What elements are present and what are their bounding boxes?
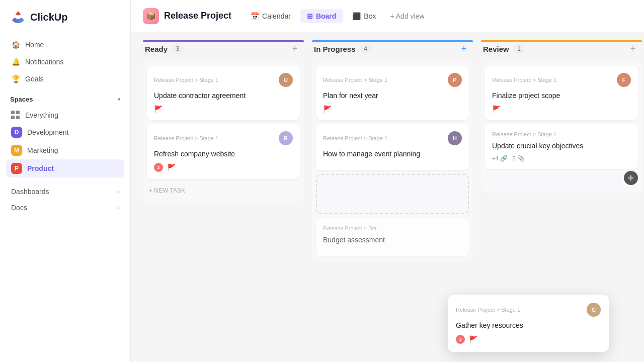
plus-count: +4 🔗 bbox=[492, 155, 508, 162]
popup-comment-bubble: 3 bbox=[456, 335, 465, 344]
task-meta: Release Project > Stage 1 P bbox=[323, 73, 462, 87]
avatar: F bbox=[617, 73, 631, 87]
ready-column-header: Ready 3 + bbox=[143, 42, 304, 62]
attachment-row: +4 🔗 5 📎 bbox=[492, 155, 631, 162]
column-in-progress: In Progress 4 + Release Project > Stage … bbox=[312, 40, 473, 260]
calendar-icon: 📅 bbox=[251, 12, 259, 20]
in-progress-header-left: In Progress 4 bbox=[314, 43, 372, 55]
task-meta: Release Project > Stage 1 bbox=[492, 131, 631, 137]
task-meta: Release Project > Stage 1 F bbox=[492, 73, 631, 87]
task-path: Release Project > Stage 1 bbox=[323, 77, 387, 83]
logo: ClickUp bbox=[0, 0, 130, 34]
task-footer: 🚩 bbox=[323, 105, 462, 113]
main-nav: 🏠 Home 🔔 Notifications 🏆 Goals bbox=[0, 34, 130, 89]
popup-task-footer: 3 🚩 bbox=[456, 335, 601, 344]
task-path: Release Project > Stage 1 bbox=[323, 135, 387, 141]
board-nav-item[interactable]: ⊞ Board bbox=[300, 9, 343, 23]
task-footer: 🚩 bbox=[154, 105, 293, 113]
review-add-btn[interactable]: + bbox=[626, 42, 640, 56]
box-nav-item[interactable]: ⬛ Box bbox=[345, 9, 383, 23]
flag-icon: 🚩 bbox=[323, 105, 332, 113]
task-meta: Release Project > Sta... bbox=[323, 225, 462, 231]
task-card-placeholder bbox=[316, 174, 469, 214]
sidebar-item-development[interactable]: D Development bbox=[6, 123, 124, 141]
popup-task-title: Gather key resources bbox=[456, 321, 601, 331]
dashboards-item[interactable]: Dashboards › bbox=[6, 184, 124, 200]
task-card[interactable]: Release Project > Stage 1 F Finalize pro… bbox=[485, 66, 638, 120]
spaces-nav: Everything D Development M Marketing P P… bbox=[0, 105, 130, 179]
popup-comment-count: 3 bbox=[456, 335, 465, 344]
task-card[interactable]: Release Project > Stage 1 H How to manag… bbox=[316, 124, 469, 170]
sidebar: ClickUp 🏠 Home 🔔 Notifications 🏆 Goals S… bbox=[0, 0, 131, 362]
task-footer: 🚩 bbox=[492, 105, 631, 113]
task-meta: Release Project > Stage 1 U bbox=[154, 73, 293, 87]
chevron-right-icon: › bbox=[117, 189, 119, 195]
avatar: H bbox=[448, 131, 462, 145]
column-review: Review 1 + Release Project > Stage 1 F F… bbox=[481, 40, 642, 193]
task-meta: Release Project > Stage 1 H bbox=[323, 131, 462, 145]
app-name: ClickUp bbox=[30, 12, 67, 23]
task-title: How to manage event planning bbox=[323, 149, 462, 159]
spaces-section: Spaces ▾ bbox=[0, 89, 130, 105]
review-header-left: Review 1 bbox=[483, 43, 525, 55]
project-icon: 📦 bbox=[143, 8, 159, 24]
in-progress-column-title: In Progress bbox=[314, 45, 356, 53]
ready-column-body: Release Project > Stage 1 U Update contr… bbox=[143, 62, 304, 202]
review-column-title: Review bbox=[483, 45, 509, 53]
link-icon: 🔗 bbox=[500, 155, 508, 162]
review-column-body: Release Project > Stage 1 F Finalize pro… bbox=[481, 62, 642, 193]
task-card[interactable]: Release Project > Stage 1 U Update contr… bbox=[147, 66, 300, 120]
column-ready: Ready 3 + Release Project > Stage 1 U Up… bbox=[143, 40, 304, 202]
ready-column-title: Ready bbox=[145, 45, 168, 53]
chevron-down-icon[interactable]: ▾ bbox=[118, 97, 120, 102]
task-path: Release Project > Stage 1 bbox=[154, 77, 218, 83]
nav-home[interactable]: 🏠 Home bbox=[6, 36, 124, 53]
ready-count: 3 bbox=[172, 43, 184, 55]
sidebar-item-product[interactable]: P Product bbox=[6, 159, 124, 177]
bell-icon: 🔔 bbox=[11, 57, 20, 66]
review-count: 1 bbox=[513, 43, 525, 55]
popup-task-path: Release Project > Stage 1 bbox=[456, 307, 520, 313]
task-card[interactable]: Release Project > Stage 1 Update crucial… bbox=[485, 124, 638, 169]
comment-bubble: 3 bbox=[154, 163, 163, 172]
new-task-btn[interactable]: + NEW TASK bbox=[147, 183, 300, 198]
marketing-dot: M bbox=[11, 145, 22, 156]
move-icon[interactable]: ✛ bbox=[624, 171, 638, 185]
task-title: Update contractor agreement bbox=[154, 91, 293, 101]
development-dot: D bbox=[11, 127, 22, 138]
sidebar-item-everything[interactable]: Everything bbox=[6, 107, 124, 123]
sidebar-bottom: Dashboards › Docs › bbox=[0, 182, 130, 218]
clickup-logo-icon bbox=[10, 9, 26, 25]
review-column-header: Review 1 + bbox=[481, 42, 642, 62]
task-meta: Release Project > Stage 1 R bbox=[154, 131, 293, 145]
grid-icon bbox=[11, 111, 20, 120]
task-card[interactable]: Release Project > Sta... Budget assessme… bbox=[316, 218, 469, 256]
flag-icon: 🚩 bbox=[154, 105, 163, 113]
in-progress-add-btn[interactable]: + bbox=[457, 42, 471, 56]
avatar: U bbox=[279, 73, 293, 87]
project-title: Release Project bbox=[164, 11, 231, 21]
nav-goals[interactable]: 🏆 Goals bbox=[6, 70, 124, 87]
task-card[interactable]: Release Project > Stage 1 P Plan for nex… bbox=[316, 66, 469, 120]
popup-card[interactable]: Release Project > Stage 1 G Gather key r… bbox=[448, 295, 609, 352]
task-title: Update crucial key objectives bbox=[492, 141, 631, 151]
task-path: Release Project > Stage 1 bbox=[492, 77, 556, 83]
task-footer: 3 🚩 bbox=[154, 163, 293, 172]
sidebar-item-marketing[interactable]: M Marketing bbox=[6, 141, 124, 159]
header: 📦 Release Project 📅 Calendar ⊞ Board ⬛ B… bbox=[131, 0, 644, 32]
in-progress-column-body: Release Project > Stage 1 P Plan for nex… bbox=[312, 62, 473, 260]
ready-header-left: Ready 3 bbox=[145, 43, 184, 55]
task-card[interactable]: Release Project > Stage 1 R Refresh comp… bbox=[147, 124, 300, 179]
in-progress-count: 4 bbox=[360, 43, 372, 55]
task-path: Release Project > Stage 1 bbox=[492, 131, 556, 137]
calendar-nav-item[interactable]: 📅 Calendar bbox=[244, 9, 298, 23]
task-path: Release Project > Sta... bbox=[323, 225, 381, 231]
docs-item[interactable]: Docs › bbox=[6, 200, 124, 216]
board-icon: ⊞ bbox=[307, 12, 313, 20]
ready-add-btn[interactable]: + bbox=[288, 42, 302, 56]
nav-notifications[interactable]: 🔔 Notifications bbox=[6, 53, 124, 70]
product-dot: P bbox=[11, 163, 22, 174]
flag-icon: 🚩 bbox=[167, 163, 176, 171]
avatar: R bbox=[279, 131, 293, 145]
add-view-btn[interactable]: + Add view bbox=[383, 9, 431, 23]
